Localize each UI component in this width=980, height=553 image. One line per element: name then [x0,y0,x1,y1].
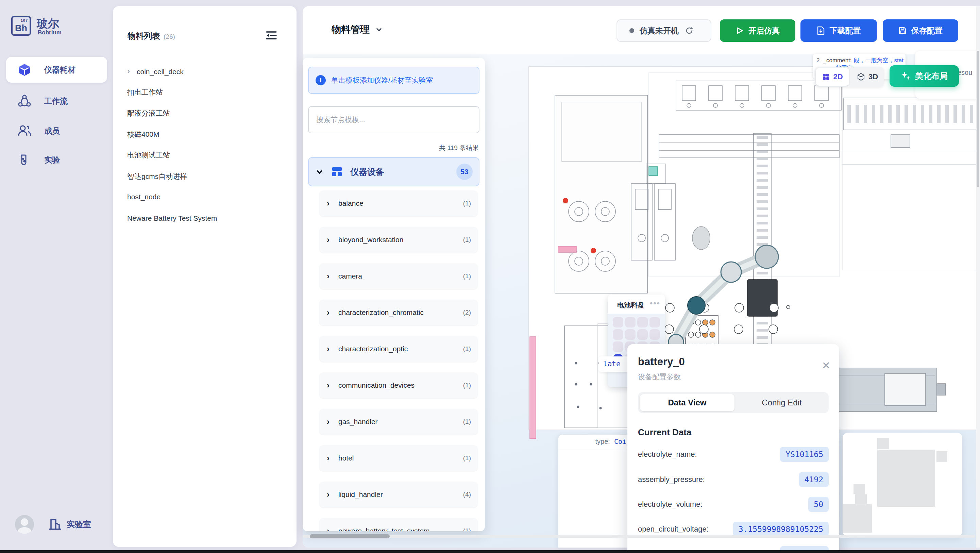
app-window: Bh 107 玻尔 Bohrium 仪器耗材 工作流 成员 实验 [0,0,980,553]
workflow-icon [18,94,31,108]
collapse-list-icon[interactable] [265,30,277,41]
minimap-block [855,494,867,504]
chevron-right-icon: › [327,526,329,531]
material-item[interactable]: 扣电工作站 [127,86,282,98]
device-config-popup: battery_0 设备配置参数 ✕ Data View Config Edit… [627,344,839,553]
template-item-bioyond-workstation[interactable]: › bioyond_workstation(1) [319,227,478,253]
start-simulation-button[interactable]: 开启仿真 [720,19,795,42]
minimap[interactable] [843,433,963,537]
minimap-block [853,484,865,494]
material-item[interactable]: Neware Battery Test System [127,213,282,224]
template-item-hotel[interactable]: › hotel(1) [319,445,478,471]
template-item-gas-handler[interactable]: › gas_handler(1) [319,409,478,435]
sidebar-item-members[interactable]: 成员 [6,118,107,144]
chevron-right-icon: › [327,235,329,245]
category-label: 仪器设备 [350,166,384,177]
tab-config-edit[interactable]: Config Edit [735,392,829,413]
tab-data-view[interactable]: Data View [640,394,735,411]
minimap-block [877,449,935,507]
minimap-block [843,504,872,532]
cube-3d-icon [857,73,865,81]
material-item[interactable]: 核磁400M [127,129,282,140]
material-count: (26) [164,33,175,40]
vertical-scrollbar-thumb[interactable] [977,51,979,187]
play-icon [735,27,744,35]
value-chip: 4192 [799,472,829,487]
window-bottom-edge [0,550,980,553]
page-title-dropdown[interactable]: 物料管理 [331,23,381,36]
tray-cell[interactable] [625,317,636,328]
template-item-liquid-handler[interactable]: › liquid_handler(4) [319,481,478,507]
category-instruments[interactable]: 仪器设备 53 [308,157,479,186]
tray-cell[interactable] [637,317,648,328]
template-item-camera[interactable]: › camera(1) [319,263,478,289]
material-item[interactable]: host_node [127,191,282,203]
tray-cell[interactable] [625,329,636,340]
minimap-block [937,451,947,462]
template-item-neware-battery-test-system[interactable]: › neware_battery_test_system(1) [319,518,478,531]
tray-cell[interactable] [613,341,623,352]
popup-subtitle: 设备配置参数 [638,372,681,382]
chevron-right-icon: › [327,381,329,390]
beautify-layout-button[interactable]: 美化布局 [889,65,959,87]
mode-2d-button[interactable]: 2D [816,68,850,86]
divider [558,449,628,450]
tray-cell[interactable] [649,317,660,328]
horizontal-scrollbar-track[interactable] [303,535,975,538]
sidebar-item-workflow[interactable]: 工作流 [6,88,107,114]
chevron-right-icon: › [127,66,130,76]
simulation-status-pill[interactable]: 仿真未开机 [617,19,711,42]
horizontal-scrollbar-thumb[interactable] [310,534,390,539]
chevron-right-icon: › [327,308,329,317]
template-item-characterization-chromatic[interactable]: › characterization_chromatic(2) [319,300,478,325]
template-item-communication-devices[interactable]: › communication_devices(1) [319,372,478,398]
chevron-right-icon: › [327,199,329,208]
close-icon[interactable]: ✕ [822,360,830,371]
refresh-icon[interactable] [685,26,694,35]
material-item[interactable]: 智达gcms自动进样 [127,171,282,182]
material-list-title: 物料列表(26) [127,30,175,41]
chevron-right-icon: › [327,344,329,354]
logo-subtitle: Bohrium [38,29,62,36]
value-chip: 50 [808,497,829,512]
result-count: 共 119 条结果 [439,143,479,152]
value-chip: 3.1559998989105225 [733,522,829,537]
mode-3d-button[interactable]: 3D [851,68,884,86]
tray-menu-icon[interactable]: ••• [650,299,660,308]
sidebar-item-label: 成员 [44,126,60,136]
template-item-characterization-optic[interactable]: › characterization_optic(1) [319,336,478,362]
lab-switcher-label[interactable]: 实验室 [67,519,91,530]
tray-cell[interactable] [637,329,648,340]
chevron-right-icon: › [327,417,329,427]
grid-2d-icon [822,73,830,81]
tray-cell[interactable] [613,329,623,340]
material-item-coin-cell-deck[interactable]: › coin_cell_deck [127,66,282,78]
tray-cell[interactable] [613,317,623,328]
download-config-button[interactable]: 下载配置 [800,19,877,42]
category-count-badge: 53 [457,164,473,180]
material-item[interactable]: 配液分液工站 [127,107,282,119]
sidebar-item-experiments[interactable]: 实验 [6,147,107,173]
avatar[interactable] [15,515,34,534]
data-row-assembly-pressure: assembly_pressure: 4192 [638,472,829,488]
sidebar-item-label: 实验 [44,155,60,165]
test-tube-icon [18,153,31,167]
material-list-panel: 物料列表(26) › coin_cell_deck 扣电工作站 配液分液工站 核… [113,6,296,547]
save-config-button[interactable]: 保存配置 [883,19,958,42]
building-icon [48,518,62,531]
sidebar-item-label: 仪器耗材 [44,65,75,75]
view-mode-toggle: 2D 3D [815,67,884,87]
palette-hint: i 单击模板添加仪器/耗材至实验室 [308,67,479,94]
save-icon [898,27,907,35]
data-row-electrolyte-name: electrolyte_name: YS101165 [638,446,829,462]
members-icon [18,124,31,138]
tray-cell[interactable] [649,329,660,340]
logo-number: 107 [21,18,28,22]
current-data-heading: Current Data [638,427,691,438]
sidebar-item-instruments[interactable]: 仪器耗材 [6,57,107,83]
search-input[interactable] [308,106,479,133]
material-item[interactable]: 电池测试工站 [127,149,282,161]
info-icon: i [315,75,326,85]
template-item-balance[interactable]: › balance(1) [319,190,478,216]
chevron-down-icon [317,168,323,174]
